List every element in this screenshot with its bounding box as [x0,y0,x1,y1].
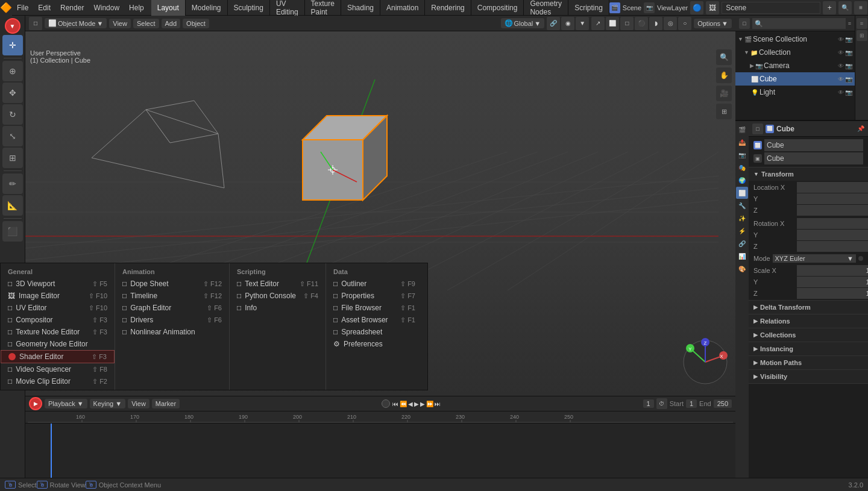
location-x-input[interactable] [797,182,868,193]
proportional-type-btn[interactable]: ▼ [576,17,589,30]
menu-render[interactable]: Render [55,0,89,16]
visibility-header[interactable]: ▶ Visibility [749,370,868,383]
prev-keyframe-btn[interactable]: ⏪ [400,401,407,407]
menu-item-nonlinear-animation[interactable]: □ Nonlinear Animation [115,326,229,338]
scene-icon[interactable]: 🎬 [609,2,620,13]
prop-tab-output[interactable]: 📤 [736,136,748,148]
camera-view-btn[interactable]: 🎥 [716,86,732,101]
cube-render-icon[interactable]: 📷 [845,76,852,83]
shading-material-btn[interactable]: ◗ [649,17,662,30]
options-btn[interactable]: Options ▼ [694,19,732,28]
prev-frame-btn[interactable]: ◀ [408,401,413,407]
menu-item-drivers[interactable]: □ Drivers ⇧ F6 [115,314,229,326]
outliner-filter2-btn[interactable]: ⊞ [857,30,867,41]
pin-icon[interactable]: 📌 [857,125,864,132]
outliner-editor-type[interactable]: □ [739,18,750,29]
pan-btn[interactable]: ✋ [716,67,732,83]
location-z-input[interactable] [797,205,868,216]
menu-item-text-editor[interactable]: □ Text Editor ⇧ F11 [230,278,326,290]
tab-modeling[interactable]: Modeling [186,0,228,16]
select-tool[interactable]: ✛ [2,35,23,55]
cube-object[interactable] [285,104,405,224]
delta-transform-header[interactable]: ▶ Delta Transform [749,301,868,314]
scale-x-input[interactable] [797,265,868,276]
annotate-tool[interactable]: ✏ [2,174,23,194]
outliner-search-input[interactable] [752,18,846,29]
shading-render-btn[interactable]: ◎ [664,17,677,30]
object-btn[interactable]: Object [183,19,209,28]
zoom-to-fit-btn[interactable]: 🔍 [716,49,732,65]
collection-eye-icon[interactable]: 👁 [838,49,844,56]
menu-item-compositor[interactable]: □ Compositor ⇧ F3 [1,314,115,326]
menu-item-python-console[interactable]: □ Python Console ⇧ F4 [230,290,326,302]
light-eye-icon[interactable]: 👁 [838,89,844,96]
overlay-btn[interactable]: ⬜ [606,17,619,30]
tab-uv-editing[interactable]: UV Editing [270,0,305,16]
menu-item-movie-clip-editor[interactable]: □ Movie Clip Editor ⇧ F2 [1,375,115,387]
record-btn[interactable] [382,399,390,408]
tab-texture-paint[interactable]: Texture Paint [305,0,341,16]
props-editor-type[interactable]: □ [752,124,763,134]
gizmo-btn[interactable]: ↗ [591,17,605,30]
outliner-item-scene-collection[interactable]: ▼ 🎬 Scene Collection 👁 📷 [735,33,855,46]
view-layer-icon[interactable]: 📷 [644,2,655,13]
next-keyframe-btn[interactable]: ⏩ [426,401,433,407]
mode-dot[interactable] [858,256,863,261]
add-workspace-btn[interactable]: + [823,1,836,14]
rotation-y-input[interactable] [797,230,868,240]
outliner-item-camera[interactable]: ▶ 📷 Camera 👁 📷 [735,59,855,72]
timeline-editor-type-button[interactable]: ▶ [29,397,42,410]
keying-btn[interactable]: Keying ▼ [90,399,126,408]
shading-solid-btn[interactable]: ⚫ [635,17,648,30]
cursor-tool[interactable]: ⊕ [2,61,23,81]
camera-render-icon[interactable]: 📷 [845,63,852,69]
tab-animation[interactable]: Animation [380,0,425,16]
menu-item-shader-editor[interactable]: Shader Editor ⇧ F3 [1,350,115,363]
viewport-gizmo[interactable]: X Y Z [681,338,729,386]
rotation-z-input[interactable] [797,241,868,252]
view-btn[interactable]: View [109,19,131,28]
scene-name-input[interactable] [722,2,820,14]
motion-paths-header[interactable]: ▶ Motion Paths [749,356,868,369]
scale-tool[interactable]: ⤡ [2,126,23,146]
proportional-edit-btn[interactable]: ◉ [561,17,574,30]
prop-tab-object[interactable]: ⬜ [736,187,748,199]
tab-compositing[interactable]: Compositing [471,0,524,16]
prop-tab-particles[interactable]: ✨ [736,212,748,224]
prop-tab-view-layer[interactable]: 📷 [736,149,748,161]
menu-item-timeline[interactable]: □ Timeline ⇧ F12 [115,290,229,302]
prop-tab-modifiers[interactable]: 🔧 [736,199,748,211]
menu-item-image-editor[interactable]: 🖼 Image Editor ⇧ F10 [1,290,115,302]
render-icon[interactable]: 🔵 [690,1,703,14]
cube-eye-icon[interactable]: 👁 [838,76,844,83]
start-frame[interactable]: 1 [686,399,697,408]
play-btn[interactable]: ▶ [414,401,419,407]
rotation-mode-select[interactable]: XYZ Euler ▼ [773,254,856,263]
menu-item-file-browser[interactable]: □ File Browser ⇧ F1 [326,302,423,314]
tab-geometry-nodes[interactable]: Geometry Nodes [524,0,568,16]
tab-scripting[interactable]: Scripting [568,0,609,16]
camera-eye-icon[interactable]: 👁 [838,63,844,69]
menu-item-geometry-node-editor[interactable]: □ Geometry Node Editor [1,338,115,350]
menu-item-texture-node-editor[interactable]: □ Texture Node Editor ⇧ F3 [1,326,115,338]
menu-file[interactable]: File [12,0,33,16]
viewport-icon[interactable]: 🖼 [706,1,719,14]
select-btn[interactable]: Select [133,19,159,28]
filter-btn[interactable]: ≡ [854,1,867,14]
menu-item-uv-editor[interactable]: □ UV Editor ⇧ F10 [1,302,115,314]
collections-header[interactable]: ▶ Collections [749,328,868,342]
menu-item-outliner[interactable]: □ Outliner ⇧ F9 [326,278,423,290]
measure-tool[interactable]: 📐 [2,195,23,216]
search-btn[interactable]: 🔍 [838,1,852,14]
prop-tab-material[interactable]: 🎨 [736,263,748,275]
object-name-input[interactable] [764,139,863,151]
transform-global-btn[interactable]: 🌐 Global ▼ [501,18,545,28]
editor-type-button[interactable]: ▼ [5,18,20,34]
prop-tab-data[interactable]: 📊 [736,250,748,262]
rotation-x-input[interactable] [797,218,868,229]
object-mode-btn[interactable]: ⬜ Object Mode ▼ [45,18,107,28]
snap-btn[interactable]: 🔗 [547,17,560,30]
prop-tab-render[interactable]: 🎬 [736,124,748,136]
marker-btn[interactable]: Marker [152,399,180,408]
instancing-header[interactable]: ▶ Instancing [749,342,868,355]
